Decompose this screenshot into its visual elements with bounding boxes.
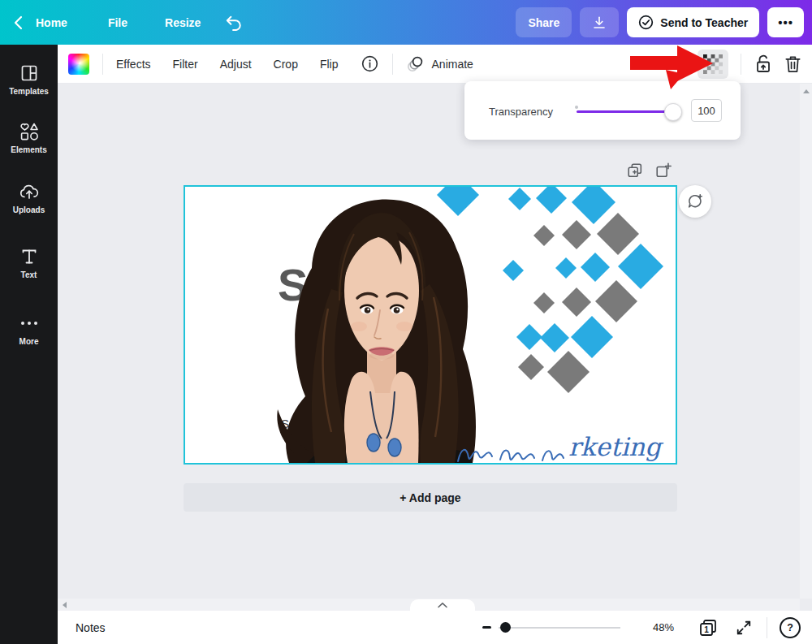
delete-icon[interactable]: [784, 54, 802, 75]
elements-icon: [19, 122, 40, 141]
vertical-scrollbar[interactable]: [800, 83, 812, 599]
sidebar-item-label: Templates: [9, 87, 49, 96]
toolbar-left-group: Effects Filter Adjust Crop Flip Animate: [58, 54, 473, 75]
animate-button[interactable]: Animate: [406, 55, 473, 73]
more-options-button[interactable]: •••: [767, 7, 804, 37]
crop-button[interactable]: Crop: [274, 58, 298, 71]
transparency-popup: Transparency 100: [464, 81, 741, 140]
bottombar-divider: [767, 617, 767, 638]
uploads-icon: [19, 182, 40, 201]
zoom-level[interactable]: 48%: [648, 621, 674, 633]
bottombar-right-group: 48% 1 ?: [482, 617, 812, 638]
pages-icon: 1: [698, 618, 718, 638]
page-count: 1: [704, 625, 709, 633]
bottom-status-bar: Notes 48% 1 ?: [58, 611, 812, 644]
menu-file[interactable]: File: [108, 16, 127, 29]
business-card-image[interactable]: SS Sm: [185, 187, 676, 463]
canvas-workspace: SS Sm: [58, 83, 812, 611]
sidebar-item-label: Elements: [11, 145, 46, 154]
chevron-up-icon: [437, 602, 448, 608]
sidebar-item-elements[interactable]: Elements: [0, 122, 58, 154]
add-page-button[interactable]: + Add page: [184, 483, 677, 512]
sidebar-item-label: Uploads: [13, 205, 45, 214]
text-icon: [20, 247, 38, 266]
duplicate-page-icon[interactable]: [626, 162, 644, 179]
back-chevron-icon[interactable]: [13, 15, 24, 30]
menu-resize[interactable]: Resize: [165, 16, 201, 29]
pages-view-button[interactable]: 1: [698, 618, 718, 638]
transparency-slider-handle[interactable]: [664, 103, 682, 121]
color-swatch-button[interactable]: [68, 54, 89, 75]
adjust-button[interactable]: Adjust: [220, 58, 252, 71]
zoom-slider-handle[interactable]: [500, 622, 511, 633]
sidebar-item-label: Text: [21, 270, 37, 279]
topbar-right-group: Share Send to Teacher •••: [516, 7, 812, 37]
topbar-left-group: Home File Resize: [0, 15, 243, 31]
download-button[interactable]: [580, 7, 619, 37]
context-toolbar: Effects Filter Adjust Crop Flip Animate: [58, 45, 812, 84]
undo-icon[interactable]: [225, 15, 243, 31]
send-to-teacher-label: Send to Teacher: [660, 16, 748, 29]
toolbar-divider: [102, 54, 103, 75]
sidebar-item-more[interactable]: More: [0, 313, 58, 346]
flip-button[interactable]: Flip: [320, 58, 339, 71]
menu-home[interactable]: Home: [36, 16, 67, 29]
collapse-panel-tab[interactable]: [410, 599, 475, 611]
transparency-checkerboard-icon: [703, 54, 723, 74]
toolbar-divider: [741, 54, 741, 75]
notes-button[interactable]: Notes: [76, 621, 106, 634]
transparency-value-input[interactable]: 100: [691, 99, 722, 122]
slider-origin-dot: [575, 106, 578, 109]
animate-label: Animate: [432, 58, 473, 71]
toolbar-right-group: [698, 50, 812, 79]
filter-button[interactable]: Filter: [173, 58, 198, 71]
templates-icon: [19, 63, 39, 83]
scroll-up-icon[interactable]: [803, 89, 810, 93]
sidebar: Templates Elements Uploads Text: [0, 45, 58, 644]
zoom-slider-track[interactable]: [499, 627, 620, 629]
expand-icon: [736, 620, 752, 636]
toolbar-divider: [392, 54, 393, 75]
effects-button[interactable]: Effects: [116, 58, 151, 71]
tagline-text: rketing: [568, 432, 663, 461]
page-actions: [626, 162, 672, 179]
more-dots-icon: [19, 313, 39, 333]
download-icon: [592, 15, 607, 30]
sidebar-item-templates[interactable]: Templates: [0, 63, 58, 96]
zoom-out-icon[interactable]: [482, 626, 491, 629]
send-to-teacher-button[interactable]: Send to Teacher: [627, 7, 759, 37]
top-menu-bar: Home File Resize Share Send to Teacher •…: [0, 0, 812, 45]
design-page[interactable]: SS Sm: [184, 185, 677, 465]
transparency-label: Transparency: [489, 106, 553, 118]
sidebar-item-text[interactable]: Text: [0, 247, 58, 279]
scroll-left-icon[interactable]: [63, 602, 67, 608]
comment-button[interactable]: [679, 185, 711, 218]
unlock-icon[interactable]: [754, 54, 773, 75]
share-button[interactable]: Share: [516, 7, 572, 37]
fullscreen-button[interactable]: [736, 620, 752, 636]
check-circle-icon: [638, 15, 654, 30]
add-page-icon[interactable]: [654, 162, 672, 179]
comment-icon: [686, 192, 704, 210]
help-button[interactable]: ?: [780, 617, 801, 638]
sidebar-item-uploads[interactable]: Uploads: [0, 182, 58, 214]
sidebar-item-label: More: [19, 337, 39, 346]
transparency-button[interactable]: [698, 50, 728, 79]
info-icon[interactable]: [361, 54, 379, 73]
animate-icon: [406, 55, 425, 73]
